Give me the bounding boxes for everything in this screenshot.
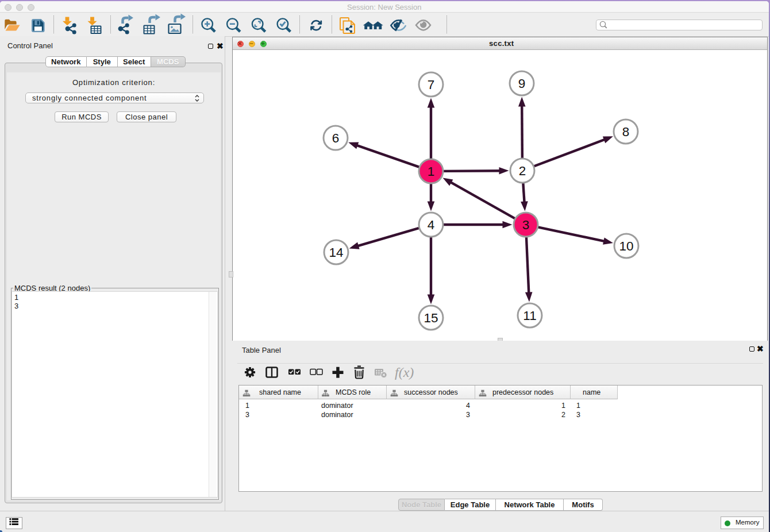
svg-text:8: 8	[622, 125, 630, 139]
svg-text:3: 3	[522, 218, 530, 232]
svg-text:7: 7	[428, 78, 435, 92]
svg-text:2: 2	[519, 164, 526, 178]
svg-text:4: 4	[428, 218, 435, 232]
svg-text:15: 15	[424, 311, 438, 325]
svg-text:1: 1	[428, 164, 435, 179]
svg-text:10: 10	[619, 239, 633, 253]
svg-text:11: 11	[523, 309, 536, 323]
svg-text:6: 6	[332, 131, 340, 145]
svg-text:14: 14	[329, 245, 343, 260]
svg-text:9: 9	[518, 76, 526, 91]
